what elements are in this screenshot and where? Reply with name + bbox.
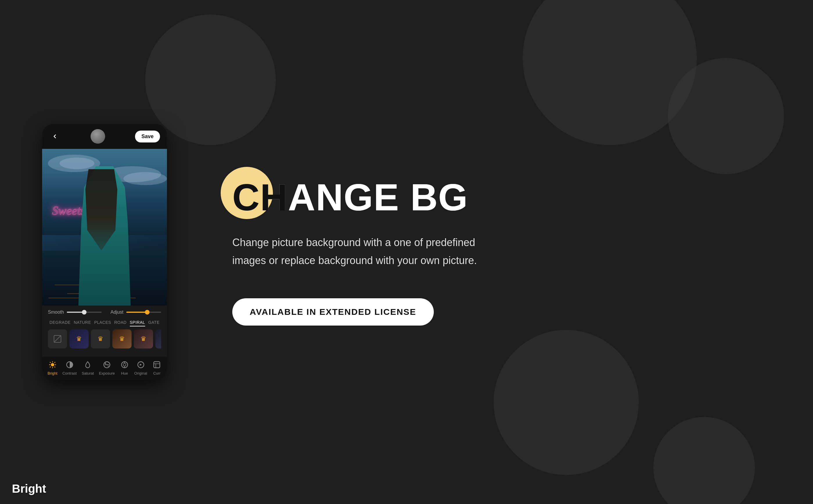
- filter-thumb-5[interactable]: ♛: [134, 329, 153, 348]
- svg-line-6: [54, 367, 55, 367]
- svg-line-9: [50, 367, 51, 367]
- crown-icon-2: ♛: [76, 335, 82, 343]
- category-road[interactable]: ROAD: [114, 319, 126, 326]
- toolbar-saturat-label: Saturat: [82, 371, 94, 375]
- saturat-icon: [83, 360, 92, 369]
- smooth-label: Smooth: [48, 310, 64, 315]
- svg-rect-22: [154, 362, 160, 368]
- adjust-label: Adjust: [111, 310, 123, 315]
- phone-topbar: Save: [42, 124, 167, 149]
- sliders-row: Smooth Adjust: [48, 310, 161, 315]
- phone-controls: Smooth Adjust DEGRADE NAT: [42, 306, 167, 357]
- category-spiral[interactable]: SPIRAL: [130, 319, 145, 326]
- content-section: CHANGE BG Change picture background with…: [203, 178, 784, 325]
- adjust-track[interactable]: [126, 312, 161, 313]
- category-gate[interactable]: GATE: [148, 319, 159, 326]
- adjust-dot[interactable]: [145, 310, 149, 315]
- back-button[interactable]: [49, 131, 61, 142]
- crown-icon-3: ♛: [98, 335, 103, 343]
- original-icon: [136, 360, 145, 369]
- crown-icon-4: ♛: [119, 335, 125, 343]
- filter-thumb-4[interactable]: ♛: [112, 329, 131, 348]
- save-button[interactable]: Save: [135, 131, 160, 142]
- feature-title: CHANGE BG: [232, 178, 468, 216]
- toolbar-hue[interactable]: Hue: [120, 360, 129, 375]
- toolbar-curr[interactable]: Curr: [152, 360, 161, 375]
- filter-thumb-3[interactable]: ♛: [91, 329, 110, 348]
- toolbar-hue-label: Hue: [121, 371, 128, 375]
- bottom-bright-label-container: Bright: [0, 474, 58, 504]
- filter-thumb-2[interactable]: ♛: [69, 329, 89, 348]
- feature-title-group: CHANGE BG: [232, 178, 784, 216]
- toolbar-curr-label: Curr: [153, 371, 161, 375]
- toolbar-exposure-label: Exposure: [99, 371, 115, 375]
- bottom-bright-label: Bright: [12, 482, 46, 495]
- cloud-4: [123, 172, 167, 185]
- toolbar-original[interactable]: Original: [134, 360, 147, 375]
- toolbar-bright-label: Bright: [48, 371, 57, 375]
- crown-icon-5: ♛: [140, 335, 146, 343]
- bottom-toolbar: Bright Contrast: [42, 357, 167, 380]
- smooth-track[interactable]: [67, 312, 102, 313]
- toolbar-exposure[interactable]: Exposure: [99, 360, 115, 375]
- category-places[interactable]: PLACES: [94, 319, 111, 326]
- smooth-slider-group: Smooth: [48, 310, 102, 315]
- avatar: [91, 129, 105, 144]
- smooth-dot[interactable]: [82, 310, 86, 315]
- toolbar-saturat[interactable]: Saturat: [82, 360, 94, 375]
- filter-thumb-1[interactable]: [48, 329, 67, 348]
- avatar-inner: [91, 129, 105, 144]
- feature-description: Change picture background with a one of …: [232, 234, 494, 269]
- contrast-icon: [65, 360, 74, 369]
- phone-section: Save Sweetscape: [29, 124, 180, 380]
- svg-line-5: [50, 362, 51, 363]
- svg-line-10: [54, 362, 55, 363]
- filter-thumbnails: ♛ ♛ ♛ ♛ ♛: [48, 329, 161, 348]
- svg-line-1: [54, 335, 61, 342]
- category-nature[interactable]: NATURE: [74, 319, 91, 326]
- title-rest-span: ANGE BG: [288, 176, 468, 218]
- toolbar-original-label: Original: [134, 371, 147, 375]
- phone-image-area: Sweetscape: [42, 149, 167, 306]
- exposure-icon: [102, 360, 111, 369]
- category-degrade[interactable]: DEGRADE: [49, 319, 71, 326]
- category-tabs: DEGRADE NATURE PLACES ROAD SPIRAL GATE: [48, 319, 161, 326]
- svg-point-18: [123, 363, 126, 366]
- main-layout: Save Sweetscape: [0, 0, 813, 504]
- bright-icon: [48, 360, 57, 369]
- hue-icon: [120, 360, 129, 369]
- filter-thumb-6[interactable]: ♛: [155, 329, 161, 348]
- title-ch-span: CH: [232, 176, 288, 218]
- svg-point-2: [51, 363, 54, 366]
- adjust-slider-group: Adjust: [111, 310, 161, 315]
- toolbar-contrast-label: Contrast: [62, 371, 77, 375]
- license-button[interactable]: AVAILABLE IN EXTENDED LICENSE: [232, 298, 434, 326]
- toolbar-contrast[interactable]: Contrast: [62, 360, 77, 375]
- phone-mockup: Save Sweetscape: [42, 124, 167, 380]
- curr-icon: [152, 360, 161, 369]
- toolbar-bright[interactable]: Bright: [48, 360, 57, 375]
- cloud-2: [59, 158, 94, 169]
